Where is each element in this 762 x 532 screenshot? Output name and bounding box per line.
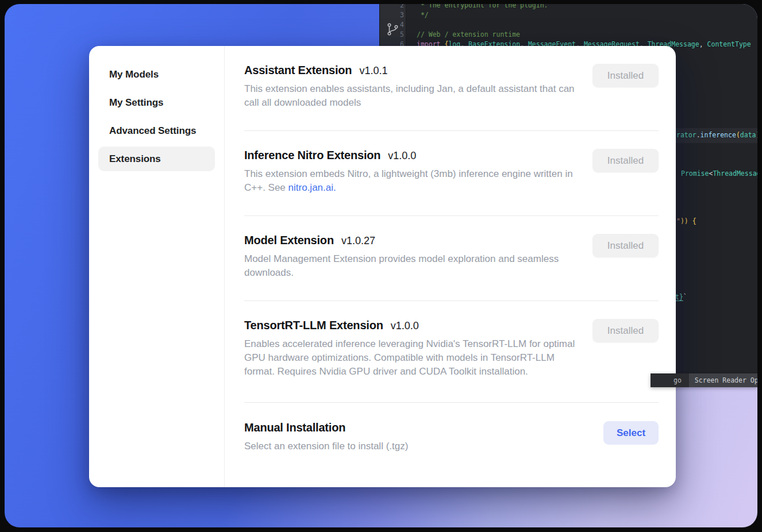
code-token: t}	[675, 293, 683, 301]
code-fragment: rator.inference(data));	[676, 130, 757, 140]
sidebar-item-my-settings[interactable]: My Settings	[98, 90, 215, 115]
code-token: "	[676, 217, 680, 225]
sidebar-item-advanced-settings[interactable]: Advanced Settings	[98, 118, 215, 143]
code-line: 2 * The entrypoint for the plugin.	[380, 4, 757, 10]
extension-title-row: Assistant Extension v1.0.1	[244, 64, 580, 77]
code-token: inference	[701, 131, 736, 139]
code-fragment: ")) {	[676, 217, 696, 226]
code-token: */	[417, 11, 429, 19]
scene-background: 2 * The entrypoint for the plugin. 3 */ …	[5, 4, 757, 527]
code-token: rator	[676, 131, 696, 139]
line-number: 2	[380, 4, 417, 10]
installed-button[interactable]: Installed	[592, 149, 659, 172]
code-token: data	[740, 131, 756, 139]
nitro-jan-ai-link[interactable]: nitro.jan.ai.	[288, 182, 336, 193]
line-number: 5	[380, 30, 417, 40]
extension-name: Model Extension	[244, 234, 334, 247]
manual-installation-description: Select an extension file to install (.tg…	[244, 440, 408, 453]
extension-title-row: TensortRT-LLM Extension v1.0.0	[244, 319, 580, 332]
extension-info: Inference Nitro Extension v1.0.0 This ex…	[244, 149, 580, 195]
code-token: ,	[699, 40, 707, 48]
extension-description: This extension enables assistants, inclu…	[244, 82, 580, 110]
code-fragment: Promise<ThreadMessage>	[681, 169, 757, 179]
sidebar-item-extensions[interactable]: Extensions	[98, 147, 215, 171]
code-token: Promise	[681, 169, 709, 178]
code-token: * The entrypoint for the plugin.	[417, 4, 548, 9]
extension-info: Manual Installation Select an extension …	[244, 421, 408, 453]
code-token: ContentType	[707, 40, 751, 48]
settings-sidebar: My Models My Settings Advanced Settings …	[89, 46, 225, 487]
extension-version: v1.0.0	[391, 320, 419, 332]
code-token: ))	[756, 131, 757, 139]
code-token: )) {	[680, 217, 696, 225]
line-number: 4	[380, 20, 417, 30]
code-token: .	[696, 131, 701, 139]
extension-description: Enables accelerated inference leveraging…	[244, 337, 580, 379]
extension-description: Model Management Extension provides mode…	[244, 252, 580, 280]
extension-version: v1.0.0	[388, 150, 416, 162]
installed-button[interactable]: Installed	[592, 319, 659, 342]
installed-button[interactable]: Installed	[592, 234, 659, 257]
manual-installation-title: Manual Installation	[244, 421, 345, 434]
extension-row: TensortRT-LLM Extension v1.0.0 Enables a…	[244, 301, 659, 403]
extension-row: Inference Nitro Extension v1.0.0 This ex…	[244, 131, 659, 216]
code-token: (	[736, 131, 740, 139]
code-token: ThreadMessage	[713, 169, 757, 178]
extension-version: v1.0.1	[359, 65, 387, 77]
select-file-button[interactable]: Select	[603, 421, 659, 445]
code-lines: 2 * The entrypoint for the plugin. 3 */ …	[380, 4, 757, 49]
extension-name: Assistant Extension	[244, 64, 352, 77]
code-fragment: t}`	[675, 292, 687, 302]
extension-info: TensortRT-LLM Extension v1.0.0 Enables a…	[244, 319, 580, 379]
installed-button[interactable]: Installed	[592, 64, 659, 87]
code-token: `	[683, 293, 687, 301]
extension-description: This extension embeds Nitro, a lightweig…	[244, 167, 580, 195]
status-bar-text: go	[651, 376, 682, 384]
extension-info: Model Extension v1.0.27 Model Management…	[244, 234, 580, 280]
extension-title-row: Inference Nitro Extension v1.0.0	[244, 149, 580, 162]
code-token: // Web / extension runtime	[417, 30, 520, 38]
code-line: 4	[380, 20, 757, 30]
sidebar-item-my-models[interactable]: My Models	[98, 62, 215, 87]
extension-info: Assistant Extension v1.0.1 This extensio…	[244, 64, 580, 110]
extension-row: Assistant Extension v1.0.1 This extensio…	[244, 46, 659, 131]
code-line: 5// Web / extension runtime	[380, 30, 757, 40]
line-number: 3	[380, 10, 417, 20]
extension-row: Model Extension v1.0.27 Model Management…	[244, 216, 659, 301]
extension-name: TensortRT-LLM Extension	[244, 319, 383, 332]
code-line: 3 */	[380, 10, 757, 20]
screen-reader-optimized-item[interactable]: Screen Reader Optimize	[689, 373, 757, 387]
extension-title-row: Model Extension v1.0.27	[244, 234, 580, 247]
editor-status-bar: go Screen Reader Optimize	[651, 373, 757, 387]
extension-version: v1.0.27	[341, 235, 375, 247]
extensions-list: Assistant Extension v1.0.1 This extensio…	[225, 46, 676, 487]
manual-installation-row: Manual Installation Select an extension …	[244, 403, 659, 453]
extension-title-row: Manual Installation	[244, 421, 408, 434]
settings-panel: My Models My Settings Advanced Settings …	[89, 46, 676, 487]
extension-name: Inference Nitro Extension	[244, 149, 380, 162]
